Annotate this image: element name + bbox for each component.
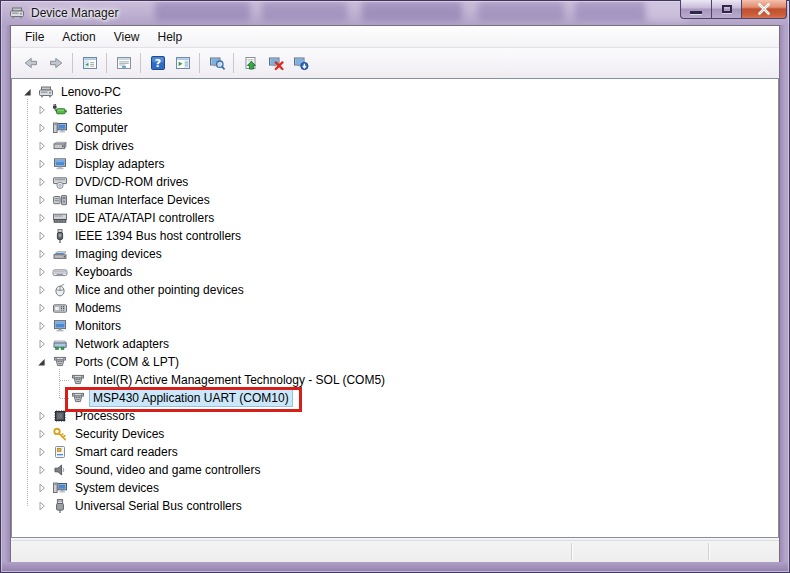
tree-item-label[interactable]: Modems [72,300,124,316]
maximize-button[interactable] [711,0,742,19]
tree-item-ports-com-lpt: Ports (COM & LPT) [12,353,778,371]
tree-item-label[interactable]: Ports (COM & LPT) [72,354,182,370]
tree-item-label[interactable]: Monitors [72,318,124,334]
toolbar-separator [199,53,200,73]
tree-item-label[interactable]: Universal Serial Bus controllers [72,498,245,514]
system-device-icon [52,480,68,496]
console-tree-button[interactable] [77,51,102,75]
tree-item-label[interactable]: Processors [72,408,138,424]
device-manager-window: Device Manager FileActionViewHelp ? Leno… [0,0,790,573]
tree-item-label[interactable]: Display adapters [72,156,167,172]
tree-item-label[interactable]: IDE ATA/ATAPI controllers [72,210,217,226]
expander-collapsed-icon[interactable] [34,300,50,316]
tree-item-label[interactable]: Batteries [72,102,125,118]
properties-button[interactable] [111,51,136,75]
window-border-bottom [0,562,790,573]
computer-download-icon [293,55,309,71]
tree-item-label[interactable]: Imaging devices [72,246,165,262]
mouse-icon [52,282,68,298]
imaging-device-icon [52,246,68,262]
hardware-changes-button[interactable] [288,51,313,75]
tree-item-label[interactable]: IEEE 1394 Bus host controllers [72,228,244,244]
device-search-button[interactable] [204,51,229,75]
window-content: FileActionViewHelp ? Lenovo-PCBatteriesC… [10,25,780,562]
expander-collapsed-icon[interactable] [34,462,50,478]
tree-item-lenovo-pc: Lenovo-PC [12,83,778,101]
tree-item-computer: Computer [12,119,778,137]
window-controls [680,0,787,19]
tree-item-label[interactable]: Computer [72,120,131,136]
expander-collapsed-icon[interactable] [34,426,50,442]
expander-collapsed-icon[interactable] [34,120,50,136]
toolbar: ? [11,48,779,78]
tree-item-label[interactable]: Network adapters [72,336,172,352]
dvd-drive-icon [52,174,68,190]
tree-item-universal-serial-bus-controllers: Universal Serial Bus controllers [12,497,778,515]
back-button[interactable] [18,51,43,75]
tree-item-label[interactable]: System devices [72,480,162,496]
disk-drive-icon [52,138,68,154]
expander-collapsed-icon[interactable] [34,336,50,352]
tree-item-label[interactable]: MSP430 Application UART (COM10) [90,390,292,406]
toolbar-separator [72,53,73,73]
smart-card-icon [52,444,68,460]
svg-text:?: ? [154,57,160,70]
menu-file[interactable]: File [16,27,53,47]
tree-item-human-interface-devices: Human Interface Devices [12,191,778,209]
help-button[interactable]: ? [145,51,170,75]
tree-item-label[interactable]: Lenovo-PC [58,84,124,100]
serial-port-icon [70,372,86,388]
expander-collapsed-icon[interactable] [34,480,50,496]
forward-button[interactable] [43,51,68,75]
tree-item-label[interactable]: Keyboards [72,264,135,280]
tree-item-label[interactable]: Human Interface Devices [72,192,213,208]
tree-item-label[interactable]: Disk drives [72,138,137,154]
uninstall-device-button[interactable] [263,51,288,75]
expander-collapsed-icon[interactable] [34,246,50,262]
expander-collapsed-icon[interactable] [34,444,50,460]
tree-item-label[interactable]: Intel(R) Active Management Technology - … [90,372,388,388]
expander-placeholder [52,372,68,388]
driver-update-icon [243,55,259,71]
expander-collapsed-icon[interactable] [34,102,50,118]
tree-item-label[interactable]: Sound, video and game controllers [72,462,263,478]
expander-collapsed-icon[interactable] [34,318,50,334]
expander-collapsed-icon[interactable] [34,156,50,172]
tree-item-dvd-cd-rom-drives: DVD/CD-ROM drives [12,173,778,191]
expander-collapsed-icon[interactable] [34,210,50,226]
expander-collapsed-icon[interactable] [34,264,50,280]
menu-view[interactable]: View [105,27,149,47]
battery-icon [52,102,68,118]
expander-collapsed-icon[interactable] [34,192,50,208]
usb-icon [52,498,68,514]
tree-item-label[interactable]: Smart card readers [72,444,181,460]
forward-arrow-icon [48,55,64,71]
tree-item-ide-ata-atapi-controllers: IDE ATA/ATAPI controllers [12,209,778,227]
expander-collapsed-icon[interactable] [34,282,50,298]
action-pane-button[interactable] [170,51,195,75]
tree-item-intel-r-active-management-technology-sol-com5: Intel(R) Active Management Technology - … [12,371,778,389]
expander-collapsed-icon[interactable] [34,408,50,424]
monitor-icon [52,318,68,334]
expander-collapsed-icon[interactable] [34,498,50,514]
tree-item-label[interactable]: DVD/CD-ROM drives [72,174,191,190]
tree-item-label[interactable]: Security Devices [72,426,167,442]
status-bar [11,540,779,562]
menu-help[interactable]: Help [149,27,192,47]
tree-item-disk-drives: Disk drives [12,137,778,155]
titlebar[interactable]: Device Manager [0,0,790,25]
close-button[interactable] [742,0,787,19]
menu-action[interactable]: Action [53,27,104,47]
tree-item-batteries: Batteries [12,101,778,119]
expander-expanded-icon[interactable] [20,84,36,100]
tree-item-label[interactable]: Mice and other pointing devices [72,282,247,298]
tree-item-security-devices: Security Devices [12,425,778,443]
expander-collapsed-icon[interactable] [34,174,50,190]
computer-search-icon [209,55,225,71]
properties-window-icon [116,55,132,71]
minimize-button[interactable] [680,0,711,19]
expander-expanded-icon[interactable] [34,354,50,370]
expander-collapsed-icon[interactable] [34,228,50,244]
update-driver-button[interactable] [238,51,263,75]
expander-collapsed-icon[interactable] [34,138,50,154]
